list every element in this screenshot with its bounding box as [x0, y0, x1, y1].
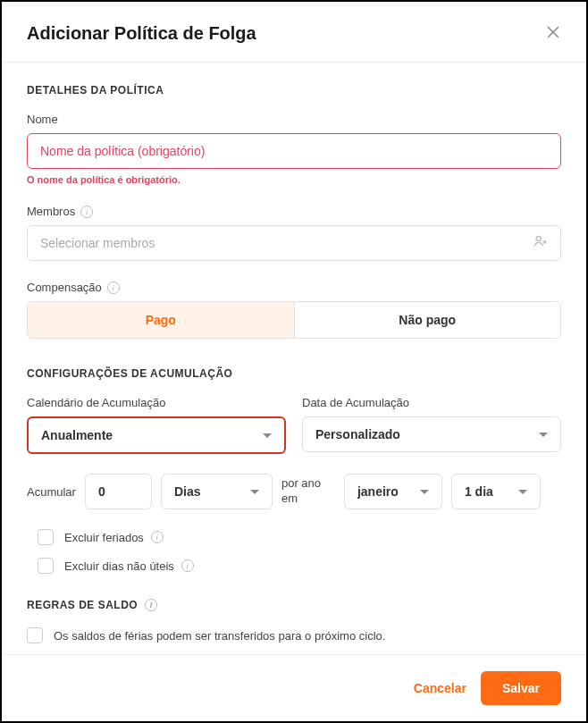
chevron-down-icon — [263, 433, 272, 438]
exclude-nonwork-checkbox[interactable] — [38, 558, 54, 574]
members-input[interactable] — [27, 225, 561, 261]
add-person-icon[interactable] — [533, 233, 549, 253]
compensation-toggle: Pago Não pago — [27, 301, 561, 339]
exclude-holidays-checkbox[interactable] — [38, 529, 54, 545]
chevron-down-icon — [518, 490, 527, 494]
schedule-select[interactable]: Anualmente — [27, 416, 286, 454]
info-icon[interactable]: i — [145, 599, 157, 611]
compensation-unpaid[interactable]: Não pago — [295, 302, 561, 338]
section-title-balance: REGRAS DE SALDO — [27, 599, 138, 611]
svg-point-2 — [536, 236, 541, 240]
day-select[interactable]: 1 dia — [451, 474, 541, 509]
month-select[interactable]: janeiro — [344, 474, 442, 509]
name-label: Nome — [27, 113, 561, 126]
section-title-accrual: CONFIGURAÇÕES DE ACUMULAÇÃO — [27, 367, 561, 380]
cancel-button[interactable]: Cancelar — [414, 681, 466, 695]
accrue-label: Acumular — [27, 485, 76, 499]
name-error: O nome da política é obrigatório. — [27, 174, 561, 185]
info-icon[interactable]: i — [181, 559, 194, 572]
section-title-details: DETALHES DA POLÍTICA — [27, 84, 561, 97]
close-button[interactable] — [545, 24, 561, 44]
chevron-down-icon — [250, 490, 259, 494]
info-icon[interactable]: i — [80, 206, 93, 218]
compensation-label: Compensação — [27, 281, 102, 294]
day-value: 1 dia — [465, 484, 493, 499]
chevron-down-icon — [539, 433, 548, 437]
info-icon[interactable]: i — [107, 282, 120, 294]
chevron-down-icon — [420, 490, 429, 494]
compensation-paid[interactable]: Pago — [28, 302, 295, 338]
per-year-label: por ano em — [281, 476, 335, 507]
modal-title: Adicionar Política de Folga — [27, 23, 256, 44]
accrual-date-select[interactable]: Personalizado — [302, 416, 561, 452]
members-label: Membros — [27, 205, 75, 218]
accrue-amount-input[interactable] — [85, 474, 152, 509]
name-input[interactable] — [27, 133, 561, 169]
info-icon[interactable]: i — [151, 531, 164, 543]
close-icon — [545, 24, 561, 40]
exclude-nonwork-label: Excluir dias não úteis — [64, 559, 174, 573]
exclude-holidays-label: Excluir feriados — [64, 531, 144, 544]
accrual-date-value: Personalizado — [315, 427, 400, 441]
save-button[interactable]: Salvar — [481, 671, 561, 705]
accrue-unit-select[interactable]: Dias — [161, 474, 273, 509]
accrue-unit-value: Dias — [174, 484, 201, 499]
month-value: janeiro — [357, 484, 399, 499]
accrual-date-label: Data de Acumulação — [302, 396, 561, 409]
schedule-value: Anualmente — [41, 428, 113, 442]
carryover-checkbox[interactable] — [27, 627, 43, 643]
carryover-label: Os saldos de férias podem ser transferid… — [54, 629, 385, 643]
schedule-label: Calendário de Acumulação — [27, 396, 286, 409]
